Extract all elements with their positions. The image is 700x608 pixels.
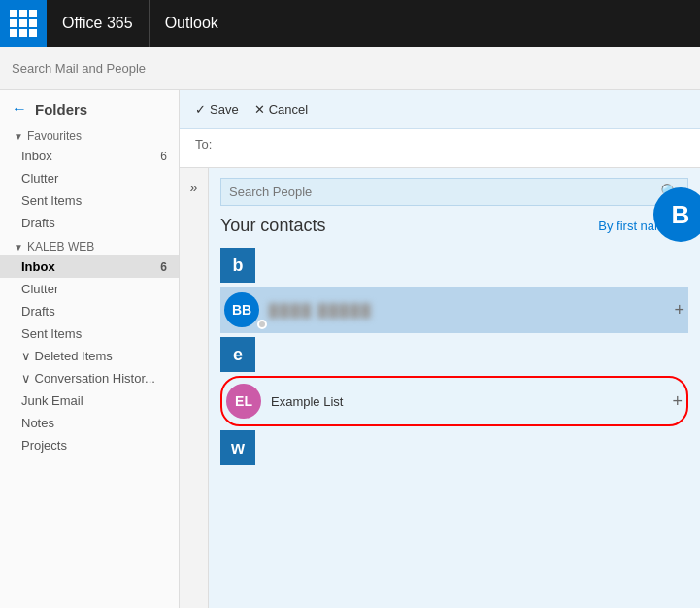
big-avatar: B <box>653 187 700 242</box>
contact-name-bb: ████ █████ <box>269 303 674 318</box>
group-favourites[interactable]: ▼ Favourites <box>0 123 179 145</box>
sidebar-item-sent-fav[interactable]: Sent Items <box>0 189 179 212</box>
contacts-header: Your contacts By first name ▼ <box>209 212 700 240</box>
item-label: ∨ Deleted Items <box>21 349 113 363</box>
item-label: Clutter <box>21 282 58 296</box>
folders-header: ← Folders <box>0 90 179 123</box>
letter-header-e: e <box>220 337 255 372</box>
expand-icon: » <box>190 180 198 195</box>
contact-item-bb[interactable]: BB ████ █████ + <box>220 287 688 333</box>
item-label: Notes <box>21 416 54 430</box>
folders-label: Folders <box>35 101 87 118</box>
item-label: Junk Email <box>21 393 83 408</box>
toolbar: ✓ Save ✕ Cancel <box>180 90 700 129</box>
to-field: To: <box>180 129 700 168</box>
group-label: Favourites <box>27 129 82 143</box>
avatar-el: EL <box>226 384 261 419</box>
chevron-icon: ▼ <box>14 131 23 142</box>
badge: 6 <box>160 260 167 274</box>
item-label: Projects <box>21 438 67 453</box>
cancel-button[interactable]: ✕ Cancel <box>254 102 308 117</box>
avatar-bb: BB <box>224 292 259 327</box>
sidebar-item-notes-kw[interactable]: Notes <box>0 412 179 434</box>
sidebar-item-clutter-kw[interactable]: Clutter <box>0 278 179 300</box>
save-label: Save <box>210 102 239 117</box>
sidebar-item-convhistory-kw[interactable]: ∨ Conversation Histor... <box>0 367 179 389</box>
contact-name-el: Example List <box>271 394 672 409</box>
x-icon: ✕ <box>254 102 265 117</box>
sidebar: ← Folders ▼ Favourites Inbox 6 Clutter S… <box>0 90 180 608</box>
global-search-input[interactable] <box>12 61 167 76</box>
contacts-panel: 🔍 Your contacts <box>209 168 700 608</box>
global-search-bar <box>0 47 700 90</box>
group-kaleb-web[interactable]: ▼ KALEB WEB <box>0 234 179 255</box>
content-area: ✓ Save ✕ Cancel To: » <box>180 90 700 608</box>
contacts-title: Your contacts <box>220 216 325 236</box>
item-label: ∨ Conversation Histor... <box>21 371 155 386</box>
to-label: To: <box>195 137 212 152</box>
add-contact-bb[interactable]: + <box>674 300 684 321</box>
badge: 6 <box>160 150 167 163</box>
app-label: Outlook <box>150 15 234 32</box>
add-contact-el[interactable]: + <box>672 391 683 412</box>
waffle-icon <box>10 10 37 37</box>
sidebar-item-drafts-kw[interactable]: Drafts <box>0 300 179 322</box>
sidebar-item-projects-kw[interactable]: Projects <box>0 434 179 456</box>
item-label: Inbox <box>21 259 55 274</box>
annotation-arrow <box>554 168 671 178</box>
search-people-input[interactable] <box>229 185 660 199</box>
search-people-bar: 🔍 <box>220 178 688 206</box>
item-label: Clutter <box>21 171 58 186</box>
item-label: Inbox <box>21 149 52 163</box>
sidebar-item-inbox-kw[interactable]: Inbox 6 <box>0 255 179 278</box>
search-area: 🔍 <box>209 168 700 212</box>
sidebar-item-inbox-fav[interactable]: Inbox 6 <box>0 145 179 167</box>
top-bar: Office 365 Outlook <box>0 0 700 47</box>
check-icon: ✓ <box>195 102 206 117</box>
main-layout: ← Folders ▼ Favourites Inbox 6 Clutter S… <box>0 90 700 608</box>
item-label: Drafts <box>21 216 55 230</box>
sidebar-item-drafts-fav[interactable]: Drafts <box>0 212 179 234</box>
letter-header-w: w <box>220 430 255 465</box>
item-label: Drafts <box>21 304 55 319</box>
status-dot-bb <box>257 320 267 329</box>
sidebar-item-junk-kw[interactable]: Junk Email <box>0 389 179 412</box>
back-icon[interactable]: ← <box>12 100 27 118</box>
sidebar-item-sent-kw[interactable]: Sent Items <box>0 322 179 345</box>
office-label: Office 365 <box>47 0 150 47</box>
item-label: Sent Items <box>21 326 82 341</box>
sidebar-item-deleted-kw[interactable]: ∨ Deleted Items <box>0 345 179 367</box>
expand-button[interactable]: » <box>180 168 209 608</box>
contact-item-el[interactable]: EL Example List + <box>220 376 688 426</box>
item-label: Sent Items <box>21 193 82 208</box>
contacts-list: b BB ████ █████ + e EL Example List <box>209 244 700 608</box>
sidebar-item-clutter-fav[interactable]: Clutter <box>0 167 179 189</box>
group-label: KALEB WEB <box>27 240 94 253</box>
waffle-button[interactable] <box>0 0 47 47</box>
people-panel: » 🔍 <box>180 168 700 608</box>
cancel-label: Cancel <box>269 102 308 117</box>
letter-header-b: b <box>220 248 255 283</box>
chevron-icon: ▼ <box>14 242 23 253</box>
save-button[interactable]: ✓ Save <box>195 102 239 117</box>
